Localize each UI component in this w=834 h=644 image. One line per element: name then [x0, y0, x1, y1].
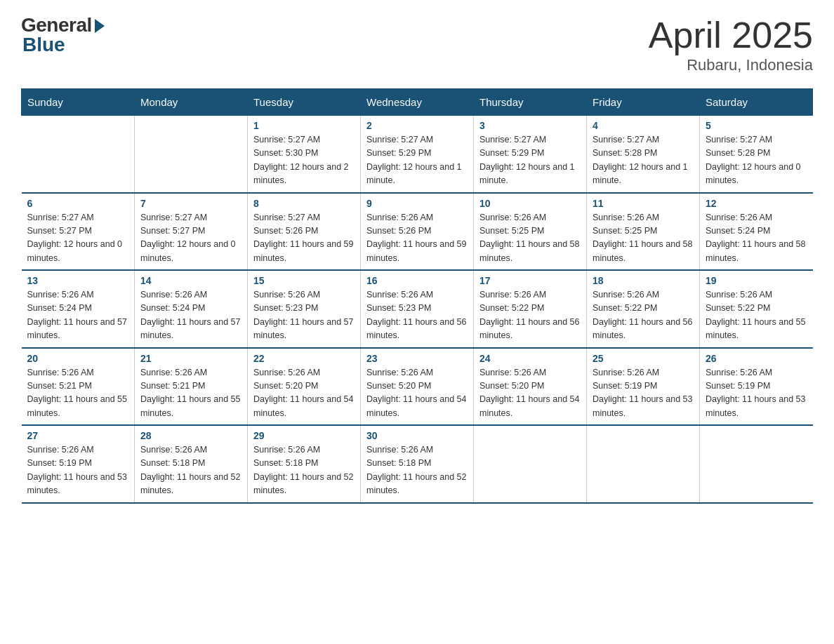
- day-number: 8: [253, 198, 355, 209]
- day-number: 20: [27, 353, 129, 364]
- week-row-2: 6Sunrise: 5:27 AMSunset: 5:27 PMDaylight…: [22, 193, 813, 271]
- day-cell: 10Sunrise: 5:26 AMSunset: 5:25 PMDayligh…: [474, 193, 587, 271]
- day-info: Sunrise: 5:27 AMSunset: 5:27 PMDaylight:…: [27, 211, 129, 266]
- day-info: Sunrise: 5:26 AMSunset: 5:18 PMDaylight:…: [253, 443, 355, 498]
- logo-arrow-icon: [95, 19, 105, 33]
- header-thursday: Thursday: [474, 89, 587, 116]
- day-cell: 22Sunrise: 5:26 AMSunset: 5:20 PMDayligh…: [248, 348, 361, 426]
- day-cell: 5Sunrise: 5:27 AMSunset: 5:28 PMDaylight…: [700, 116, 813, 193]
- day-info: Sunrise: 5:27 AMSunset: 5:28 PMDaylight:…: [706, 133, 807, 188]
- day-info: Sunrise: 5:26 AMSunset: 5:24 PMDaylight:…: [706, 211, 807, 266]
- day-number: 10: [479, 198, 581, 209]
- day-cell: 1Sunrise: 5:27 AMSunset: 5:30 PMDaylight…: [248, 116, 361, 193]
- day-info: Sunrise: 5:26 AMSunset: 5:21 PMDaylight:…: [140, 366, 241, 421]
- day-info: Sunrise: 5:26 AMSunset: 5:19 PMDaylight:…: [27, 443, 129, 498]
- week-row-1: 1Sunrise: 5:27 AMSunset: 5:30 PMDaylight…: [22, 116, 813, 193]
- day-number: 6: [27, 198, 129, 209]
- day-info: Sunrise: 5:27 AMSunset: 5:27 PMDaylight:…: [140, 211, 241, 266]
- day-number: 24: [479, 353, 581, 364]
- header-sunday: Sunday: [22, 89, 135, 116]
- day-info: Sunrise: 5:26 AMSunset: 5:22 PMDaylight:…: [706, 288, 807, 343]
- title-section: April 2025 Rubaru, Indonesia: [649, 14, 813, 74]
- day-number: 15: [253, 275, 355, 286]
- day-number: 12: [706, 198, 807, 209]
- day-cell: 27Sunrise: 5:26 AMSunset: 5:19 PMDayligh…: [22, 425, 135, 503]
- day-info: Sunrise: 5:26 AMSunset: 5:23 PMDaylight:…: [253, 288, 355, 343]
- day-cell: 24Sunrise: 5:26 AMSunset: 5:20 PMDayligh…: [474, 348, 587, 426]
- header-wednesday: Wednesday: [361, 89, 474, 116]
- day-number: 22: [253, 353, 355, 364]
- day-cell: [700, 425, 813, 503]
- day-number: 5: [706, 120, 807, 131]
- day-number: 19: [706, 275, 807, 286]
- day-cell: 19Sunrise: 5:26 AMSunset: 5:22 PMDayligh…: [700, 270, 813, 348]
- day-info: Sunrise: 5:26 AMSunset: 5:19 PMDaylight:…: [706, 366, 807, 421]
- day-info: Sunrise: 5:26 AMSunset: 5:18 PMDaylight:…: [140, 443, 241, 498]
- week-row-4: 20Sunrise: 5:26 AMSunset: 5:21 PMDayligh…: [22, 348, 813, 426]
- calendar-header-row: SundayMondayTuesdayWednesdayThursdayFrid…: [22, 89, 813, 116]
- day-info: Sunrise: 5:26 AMSunset: 5:21 PMDaylight:…: [27, 366, 129, 421]
- day-cell: 21Sunrise: 5:26 AMSunset: 5:21 PMDayligh…: [135, 348, 248, 426]
- day-number: 7: [140, 198, 241, 209]
- day-info: Sunrise: 5:26 AMSunset: 5:20 PMDaylight:…: [366, 366, 468, 421]
- day-number: 27: [27, 430, 129, 441]
- header-friday: Friday: [587, 89, 700, 116]
- day-number: 23: [366, 353, 468, 364]
- logo: General Blue: [21, 14, 105, 56]
- day-number: 14: [140, 275, 241, 286]
- day-number: 9: [366, 198, 468, 209]
- day-cell: 30Sunrise: 5:26 AMSunset: 5:18 PMDayligh…: [361, 425, 474, 503]
- day-info: Sunrise: 5:26 AMSunset: 5:20 PMDaylight:…: [479, 366, 581, 421]
- day-cell: 2Sunrise: 5:27 AMSunset: 5:29 PMDaylight…: [361, 116, 474, 193]
- day-info: Sunrise: 5:26 AMSunset: 5:23 PMDaylight:…: [366, 288, 468, 343]
- day-number: 4: [593, 120, 694, 131]
- day-number: 1: [253, 120, 355, 131]
- calendar-title: April 2025: [649, 14, 813, 56]
- header-saturday: Saturday: [700, 89, 813, 116]
- day-cell: 12Sunrise: 5:26 AMSunset: 5:24 PMDayligh…: [700, 193, 813, 271]
- day-number: 17: [479, 275, 581, 286]
- day-cell: 9Sunrise: 5:26 AMSunset: 5:26 PMDaylight…: [361, 193, 474, 271]
- day-number: 13: [27, 275, 129, 286]
- day-number: 28: [140, 430, 241, 441]
- header-tuesday: Tuesday: [248, 89, 361, 116]
- day-number: 25: [593, 353, 694, 364]
- page-header: General Blue April 2025 Rubaru, Indonesi…: [21, 14, 813, 74]
- day-info: Sunrise: 5:27 AMSunset: 5:26 PMDaylight:…: [253, 211, 355, 266]
- day-cell: 29Sunrise: 5:26 AMSunset: 5:18 PMDayligh…: [248, 425, 361, 503]
- day-info: Sunrise: 5:26 AMSunset: 5:24 PMDaylight:…: [27, 288, 129, 343]
- day-number: 16: [366, 275, 468, 286]
- day-info: Sunrise: 5:26 AMSunset: 5:22 PMDaylight:…: [479, 288, 581, 343]
- day-cell: 20Sunrise: 5:26 AMSunset: 5:21 PMDayligh…: [22, 348, 135, 426]
- day-info: Sunrise: 5:26 AMSunset: 5:20 PMDaylight:…: [253, 366, 355, 421]
- day-info: Sunrise: 5:26 AMSunset: 5:26 PMDaylight:…: [366, 211, 468, 266]
- day-number: 3: [479, 120, 581, 131]
- day-number: 18: [593, 275, 694, 286]
- day-cell: 26Sunrise: 5:26 AMSunset: 5:19 PMDayligh…: [700, 348, 813, 426]
- day-info: Sunrise: 5:26 AMSunset: 5:22 PMDaylight:…: [593, 288, 694, 343]
- day-number: 21: [140, 353, 241, 364]
- day-info: Sunrise: 5:27 AMSunset: 5:28 PMDaylight:…: [593, 133, 694, 188]
- day-cell: [22, 116, 135, 193]
- calendar-table: SundayMondayTuesdayWednesdayThursdayFrid…: [21, 88, 813, 504]
- day-cell: 18Sunrise: 5:26 AMSunset: 5:22 PMDayligh…: [587, 270, 700, 348]
- day-cell: [474, 425, 587, 503]
- day-info: Sunrise: 5:26 AMSunset: 5:19 PMDaylight:…: [593, 366, 694, 421]
- day-info: Sunrise: 5:26 AMSunset: 5:25 PMDaylight:…: [479, 211, 581, 266]
- day-info: Sunrise: 5:27 AMSunset: 5:29 PMDaylight:…: [479, 133, 581, 188]
- day-cell: 6Sunrise: 5:27 AMSunset: 5:27 PMDaylight…: [22, 193, 135, 271]
- day-info: Sunrise: 5:26 AMSunset: 5:25 PMDaylight:…: [593, 211, 694, 266]
- header-monday: Monday: [135, 89, 248, 116]
- day-info: Sunrise: 5:26 AMSunset: 5:18 PMDaylight:…: [366, 443, 468, 498]
- day-cell: 17Sunrise: 5:26 AMSunset: 5:22 PMDayligh…: [474, 270, 587, 348]
- day-number: 30: [366, 430, 468, 441]
- day-cell: 4Sunrise: 5:27 AMSunset: 5:28 PMDaylight…: [587, 116, 700, 193]
- week-row-5: 27Sunrise: 5:26 AMSunset: 5:19 PMDayligh…: [22, 425, 813, 503]
- day-cell: 25Sunrise: 5:26 AMSunset: 5:19 PMDayligh…: [587, 348, 700, 426]
- day-cell: 28Sunrise: 5:26 AMSunset: 5:18 PMDayligh…: [135, 425, 248, 503]
- day-cell: 14Sunrise: 5:26 AMSunset: 5:24 PMDayligh…: [135, 270, 248, 348]
- calendar-subtitle: Rubaru, Indonesia: [649, 56, 813, 74]
- day-cell: 3Sunrise: 5:27 AMSunset: 5:29 PMDaylight…: [474, 116, 587, 193]
- day-cell: 16Sunrise: 5:26 AMSunset: 5:23 PMDayligh…: [361, 270, 474, 348]
- day-cell: 15Sunrise: 5:26 AMSunset: 5:23 PMDayligh…: [248, 270, 361, 348]
